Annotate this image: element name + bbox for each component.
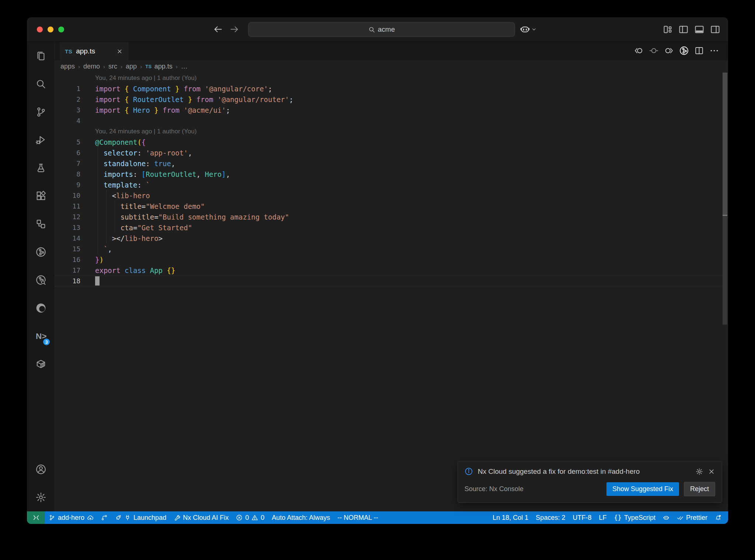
code-line[interactable]: 13 cta="Get Started" <box>55 222 722 233</box>
line-number[interactable]: 11 <box>55 202 90 210</box>
sidebar-item-gitlens[interactable] <box>27 238 55 266</box>
code-line[interactable]: 5@Component({ <box>55 137 722 147</box>
code-line[interactable]: 7 standalone: true, <box>55 158 722 169</box>
breadcrumb-file[interactable]: TSapp.ts <box>145 63 173 70</box>
line-number[interactable]: 5 <box>55 138 90 146</box>
toggle-primary-sidebar-button[interactable] <box>678 24 689 36</box>
show-suggested-fix-button[interactable]: Show Suggested Fix <box>606 482 679 496</box>
sidebar-item-source-control[interactable] <box>27 98 55 126</box>
code-line[interactable]: 2import { RouterOutlet } from '@angular/… <box>55 94 722 105</box>
language-status[interactable]: {}TypeScript <box>610 511 659 524</box>
line-number[interactable]: 8 <box>55 170 90 178</box>
copilot-menu[interactable] <box>519 24 537 35</box>
code-line[interactable]: 15 `, <box>55 244 722 254</box>
eol-status[interactable]: LF <box>595 511 610 524</box>
prettier-status[interactable]: Prettier <box>673 511 711 524</box>
gitlens-graph-button[interactable] <box>679 46 689 57</box>
launchpad-button[interactable]: Launchpad <box>111 511 170 524</box>
line-number[interactable]: 2 <box>55 95 90 103</box>
nav-location-button[interactable] <box>649 46 659 57</box>
line-number[interactable]: 1 <box>55 85 90 92</box>
breadcrumb-item[interactable]: src <box>108 63 117 70</box>
code-line[interactable]: 18 <box>55 276 722 286</box>
breadcrumb-more[interactable]: … <box>181 63 188 70</box>
sidebar-item-nx-console[interactable]: N>3 <box>27 322 55 350</box>
minimize-window-button[interactable] <box>48 27 53 32</box>
copilot-status[interactable] <box>659 511 673 524</box>
line-number[interactable]: 18 <box>55 277 90 285</box>
code-line[interactable]: 4 <box>55 115 722 126</box>
line-number[interactable]: 3 <box>55 106 90 114</box>
sidebar-item-testing[interactable] <box>27 154 55 182</box>
nav-back-button[interactable] <box>634 46 644 57</box>
breadcrumb-item[interactable]: demo <box>83 63 100 70</box>
code-line[interactable]: 11 title="Welcmoe demo" <box>55 201 722 211</box>
customize-layout-button[interactable] <box>662 24 673 36</box>
encoding-status[interactable]: UTF-8 <box>569 511 595 524</box>
sidebar-item-project-diagram[interactable] <box>27 210 55 238</box>
sidebar-item-gitlens-inspect[interactable] <box>27 266 55 294</box>
blame-annotation[interactable]: You, 24 minutes ago | 1 author (You) <box>55 126 722 137</box>
sidebar-item-explorer[interactable] <box>27 42 55 70</box>
arrow-right-icon[interactable] <box>229 24 239 34</box>
line-number[interactable]: 7 <box>55 160 90 167</box>
editor-scrollbar[interactable] <box>723 73 727 215</box>
zoom-window-button[interactable] <box>58 27 64 32</box>
reject-button[interactable]: Reject <box>684 482 715 496</box>
notification-close-icon[interactable] <box>708 468 715 475</box>
notifications-bell[interactable] <box>711 511 725 524</box>
editor-scrollbar-lower[interactable] <box>723 216 727 325</box>
cursor-position-status[interactable]: Ln 18, Col 1 <box>489 511 532 524</box>
vim-mode-status[interactable]: -- NORMAL -- <box>334 511 382 524</box>
nav-forward-button[interactable] <box>664 46 674 57</box>
sidebar-item-settings[interactable] <box>27 483 55 511</box>
sidebar-item-extensions[interactable] <box>27 182 55 210</box>
code-line[interactable]: 14 ></lib-hero> <box>55 233 722 244</box>
code-line[interactable]: 6 selector: 'app-root', <box>55 147 722 158</box>
split-editor-button[interactable] <box>694 46 704 57</box>
code-line[interactable]: 12 subtitle="Build something amazing tod… <box>55 211 722 222</box>
nx-cloud-ai-fix-button[interactable]: Nx Cloud AI Fix <box>170 511 232 524</box>
breadcrumb-item[interactable]: apps <box>60 63 75 70</box>
sidebar-item-edge-tools[interactable] <box>27 294 55 322</box>
line-number[interactable]: 12 <box>55 213 90 221</box>
line-number[interactable]: 16 <box>55 256 90 263</box>
line-number[interactable]: 6 <box>55 149 90 157</box>
code-line[interactable]: 3import { Hero } from '@acme/ui'; <box>55 105 722 115</box>
sidebar-item-search[interactable] <box>27 70 55 98</box>
code-line[interactable]: 10 <lib-hero <box>55 190 722 201</box>
line-number[interactable]: 9 <box>55 181 90 189</box>
code-line[interactable]: 8 imports: [RouterOutlet, Hero], <box>55 169 722 179</box>
tab-app-ts[interactable]: TS app.ts <box>60 42 128 60</box>
problems-status[interactable]: 00 <box>232 511 268 524</box>
code-editor[interactable]: You, 24 minutes ago | 1 author (You)1imp… <box>55 73 728 511</box>
breadcrumb-item[interactable]: app <box>126 63 137 70</box>
arrow-left-icon[interactable] <box>213 24 223 34</box>
line-number[interactable]: 4 <box>55 117 90 125</box>
line-number[interactable]: 15 <box>55 245 90 253</box>
sidebar-item-accounts[interactable] <box>27 455 55 483</box>
sidebar-item-containers[interactable] <box>27 350 55 378</box>
command-center-search[interactable]: acme <box>248 22 515 37</box>
code-line[interactable]: 17export class App {} <box>55 265 722 276</box>
close-window-button[interactable] <box>37 27 43 32</box>
line-number[interactable]: 17 <box>55 266 90 274</box>
code-line[interactable]: 16}) <box>55 254 722 265</box>
blame-annotation[interactable]: You, 24 minutes ago | 1 author (You) <box>55 73 722 83</box>
sidebar-item-run-and-debug[interactable] <box>27 126 55 154</box>
more-actions-button[interactable] <box>709 46 719 57</box>
git-graph-button[interactable] <box>97 511 111 524</box>
code-line[interactable]: 9 template: ` <box>55 179 722 190</box>
toggle-panel-button[interactable] <box>694 24 704 36</box>
auto-attach-status[interactable]: Auto Attach: Always <box>268 511 334 524</box>
code-line[interactable]: 1import { Component } from '@angular/cor… <box>55 83 722 94</box>
line-number[interactable]: 10 <box>55 192 90 199</box>
remote-indicator[interactable] <box>27 511 45 524</box>
indentation-status[interactable]: Spaces: 2 <box>532 511 569 524</box>
git-branch-status[interactable]: add-hero <box>45 511 97 524</box>
line-number[interactable]: 13 <box>55 224 90 231</box>
line-number[interactable]: 14 <box>55 234 90 242</box>
notification-settings-gear-icon[interactable] <box>696 468 703 475</box>
toggle-secondary-sidebar-button[interactable] <box>710 24 720 36</box>
close-tab-icon[interactable] <box>116 48 123 55</box>
